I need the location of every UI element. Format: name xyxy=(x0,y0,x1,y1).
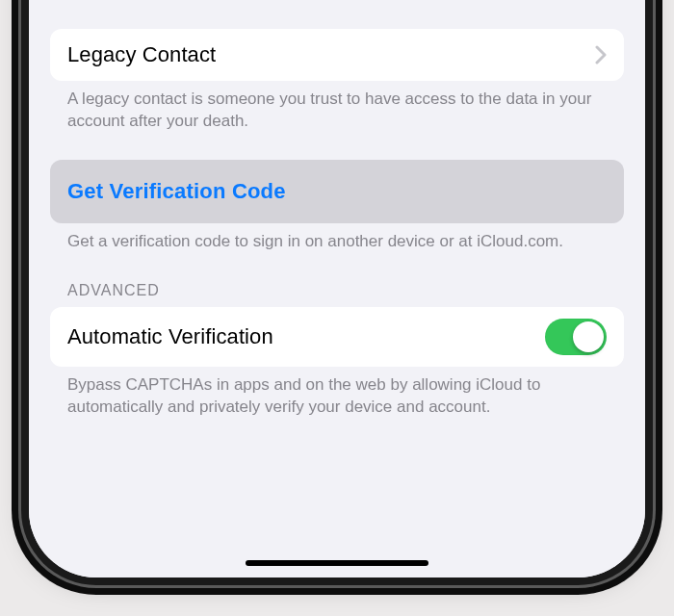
legacy-contact-row[interactable]: Legacy Contact xyxy=(50,29,624,81)
get-verification-code-button[interactable]: Get Verification Code xyxy=(50,160,624,223)
automatic-verification-label: Automatic Verification xyxy=(67,324,273,349)
chevron-right-icon xyxy=(595,45,607,64)
automatic-verification-toggle[interactable] xyxy=(545,319,607,355)
legacy-contact-footer: A legacy contact is someone you trust to… xyxy=(50,81,624,133)
get-verification-code-label: Get Verification Code xyxy=(67,179,286,203)
automatic-verification-row[interactable]: Automatic Verification xyxy=(50,307,624,367)
iphone-frame: Legacy Contact A legacy contact is someo… xyxy=(29,0,645,578)
settings-screen: Legacy Contact A legacy contact is someo… xyxy=(29,0,645,578)
toggle-knob xyxy=(573,321,604,352)
home-indicator[interactable] xyxy=(246,560,428,566)
advanced-section-header: ADVANCED xyxy=(50,253,624,307)
get-verification-code-footer: Get a verification code to sign in on an… xyxy=(50,223,624,253)
automatic-verification-footer: Bypass CAPTCHAs in apps and on the web b… xyxy=(50,367,624,419)
legacy-contact-label: Legacy Contact xyxy=(67,42,216,67)
